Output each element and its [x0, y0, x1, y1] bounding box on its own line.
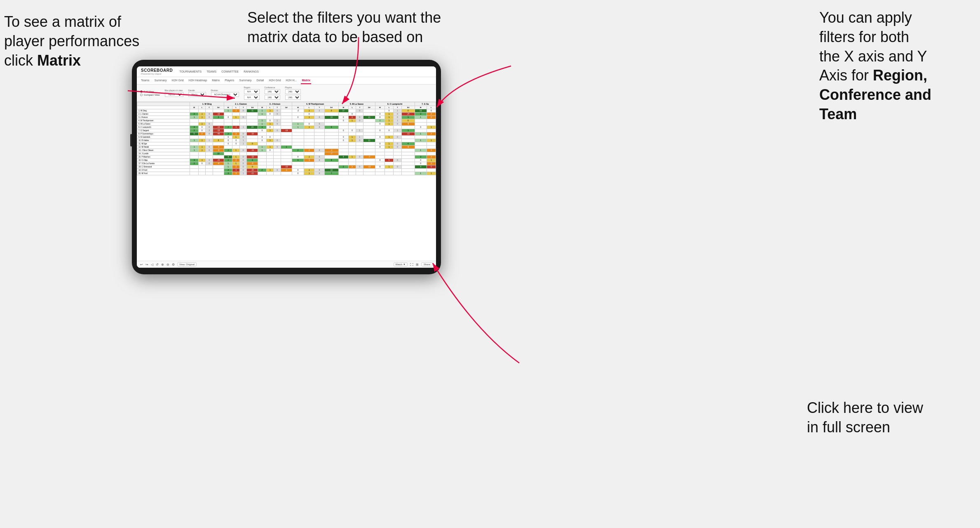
matrix-cell: [198, 152, 206, 156]
region-select[interactable]: N/A: [244, 89, 260, 94]
matrix-cell: 0: [375, 146, 385, 149]
matrix-cell: 0: [393, 113, 401, 116]
matrix-cell: -16: [213, 113, 224, 116]
matrix-cell: [281, 126, 292, 129]
sub-tab-h2h-grid[interactable]: H2H Grid: [171, 77, 185, 84]
matrix-cell: 1: [198, 159, 206, 162]
sh-t6: T: [393, 106, 401, 109]
table-row: 2. L Clanton210-1610000010-2422: [137, 113, 436, 116]
matrix-cell: 2: [415, 156, 427, 159]
nav-tab-committee[interactable]: COMMITTEE: [221, 69, 239, 74]
sh-d3: Dif: [281, 106, 292, 109]
table-row: 1. W Ding12011110-2120170010130: [137, 109, 436, 113]
watch-label[interactable]: Watch ▼: [394, 262, 408, 266]
matrix-cell: [415, 152, 427, 156]
matrix-cell: [324, 136, 338, 139]
matrix-cell: 1: [239, 126, 247, 129]
matrix-cell: [281, 136, 292, 139]
division-select[interactable]: NCAA Division I: [211, 92, 239, 97]
matrix-cell: 0: [356, 139, 363, 142]
sub-tab-h2h-grid2[interactable]: H2H Grid: [268, 77, 281, 84]
filter-gender: Gender Men's: [188, 89, 206, 97]
matrix-cell: 1: [427, 159, 436, 162]
matrix-cell: [385, 149, 393, 152]
refresh-icon[interactable]: ↺: [156, 263, 159, 266]
matrix-cell: 1: [356, 129, 363, 132]
matrix-cell: 0: [375, 113, 385, 116]
annotation-filters: Select the filters you want the matrix d…: [247, 8, 462, 47]
matrix-cell: [363, 152, 375, 156]
matrix-cell: 11: [363, 116, 375, 119]
settings-icon[interactable]: ⚙: [172, 263, 175, 266]
matrix-cell: [304, 136, 314, 139]
grid-icon[interactable]: ⊞: [416, 263, 419, 266]
matrix-cell: [393, 162, 401, 165]
matrix-cell: -7: [324, 152, 338, 156]
matrix-cell: 0: [375, 116, 385, 119]
matrix-cell: 1: [190, 146, 199, 149]
view-original-label[interactable]: View: Original: [177, 262, 197, 266]
col-header-lamp: 6. C Lamprecht: [375, 102, 415, 106]
matrix-cell: 1: [274, 119, 281, 123]
sub-tab-h2h-heatmap[interactable]: H2H Heatmap: [188, 77, 208, 84]
conference-select2[interactable]: (All): [265, 95, 280, 100]
full-view-radio[interactable]: Full View: [140, 90, 160, 93]
matrix-cell: [274, 142, 281, 146]
matrix-cell: [375, 152, 385, 156]
matrix-cell: 0: [266, 119, 274, 123]
conference-select[interactable]: (All): [265, 89, 280, 94]
matrix-cell: 1: [349, 119, 356, 123]
matrix-cell: -6: [402, 123, 415, 126]
sub-tab-teams[interactable]: Teams: [140, 77, 150, 84]
nav-tab-tournaments[interactable]: TOURNAMENTS: [179, 69, 202, 74]
matrix-cell: 0: [375, 129, 385, 132]
zoom-in-icon[interactable]: ⊕: [161, 263, 164, 266]
sh-w2: W: [224, 106, 232, 109]
matrix-cell: 0: [224, 116, 232, 119]
gender-select[interactable]: Men's: [188, 92, 206, 97]
sub-tab-detail[interactable]: Detail: [256, 77, 265, 84]
compact-view-radio[interactable]: Compact View: [140, 94, 160, 96]
matrix-cell: [274, 159, 281, 162]
matrix-cell: 0: [274, 123, 281, 126]
matrix-cell: [213, 142, 224, 146]
matrix-container[interactable]: 1. W Ding 2. L Clanton 3. J Koivun 4. M …: [137, 102, 436, 261]
fullscreen-icon[interactable]: ⛶: [410, 263, 413, 266]
matrix-cell: 2: [232, 109, 240, 113]
back-icon[interactable]: ◁: [151, 263, 153, 266]
matrix-cell: [338, 162, 348, 165]
sub-tab-matrix[interactable]: Matrix: [211, 77, 220, 84]
nav-tab-teams[interactable]: TEAMS: [206, 69, 216, 74]
nav-tab-rankings[interactable]: RANKINGS: [244, 69, 259, 74]
player-row-name: 13. J Skov Olesen: [137, 149, 190, 152]
matrix-cell: [274, 156, 281, 159]
matrix-cell: [338, 152, 348, 156]
matrix-cell: [247, 116, 258, 119]
matrix-cell: [274, 162, 281, 165]
share-button[interactable]: Share: [421, 262, 433, 266]
sh-l1: L: [198, 106, 206, 109]
sub-tab-players[interactable]: Players: [224, 77, 235, 84]
matrix-cell: 1: [304, 169, 314, 172]
sh-l2: L: [232, 106, 240, 109]
sub-tab-summary2[interactable]: Summary: [239, 77, 253, 84]
sh-l4: L: [304, 106, 314, 109]
players-select[interactable]: (All): [285, 89, 301, 94]
sub-tab-matrix-active[interactable]: Matrix: [301, 77, 311, 84]
matrix-cell: 0: [375, 123, 385, 126]
matrix-cell: -19: [247, 149, 258, 152]
undo-icon[interactable]: ↩: [140, 263, 143, 266]
matrix-cell: 0: [314, 126, 325, 129]
zoom-out-icon[interactable]: ⊖: [166, 263, 169, 266]
players-select2[interactable]: (All): [285, 95, 301, 100]
redo-icon[interactable]: ↪: [145, 263, 148, 266]
sub-tab-summary[interactable]: Summary: [154, 77, 168, 84]
sub-tab-h2h-h[interactable]: H2H H...: [285, 77, 298, 84]
annotation-fullscreen: Click here to viewin full screen: [807, 398, 947, 437]
region-select2[interactable]: N/A: [244, 95, 260, 100]
max-players-select[interactable]: Top 25: [165, 92, 183, 97]
matrix-cell: [375, 109, 385, 113]
matrix-cell: 1: [304, 126, 314, 129]
filter-max-players: Max players in view Top 25: [165, 89, 183, 97]
matrix-bold: Matrix: [37, 52, 81, 69]
